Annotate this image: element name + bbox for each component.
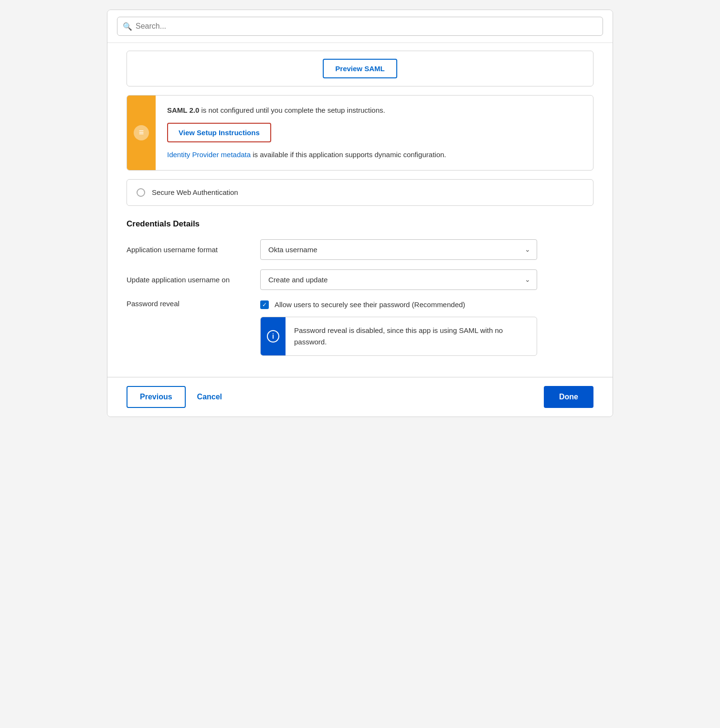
content-area: Preview SAML ≡ SAML 2.0 is not configure… [107,51,613,377]
preview-saml-button[interactable]: Preview SAML [323,59,397,78]
previous-button[interactable]: Previous [127,386,186,408]
search-icon: 🔍 [123,22,132,31]
search-input[interactable] [117,17,603,36]
credentials-title: Credentials Details [127,219,593,229]
warning-content: SAML 2.0 is not configured until you com… [156,96,593,170]
metadata-suffix: is available if this application support… [251,150,446,159]
credentials-section: Credentials Details Application username… [127,219,593,356]
username-format-select-wrapper: Okta username ⌄ [260,239,537,260]
cancel-button[interactable]: Cancel [197,393,222,401]
identity-provider-link[interactable]: Identity Provider metadata [167,150,251,159]
update-username-select[interactable]: Create and update [260,269,537,290]
update-username-label: Update application username on [127,276,260,284]
update-username-select-wrapper: Create and update ⌄ [260,269,537,290]
view-setup-instructions-button[interactable]: View Setup Instructions [167,123,271,142]
warning-message: SAML 2.0 is not configured until you com… [167,105,582,116]
username-format-label: Application username format [127,246,260,254]
password-reveal-checkbox-label: Allow users to securely see their passwo… [275,300,465,310]
blue-info-content: Password reveal is disabled, since this … [286,317,537,355]
swa-radio[interactable] [137,188,145,197]
secure-web-auth-box: Secure Web Authentication [127,179,593,206]
search-bar: 🔍 [107,10,613,43]
footer: Previous Cancel Done [107,377,613,417]
checkmark-icon: ✓ [262,301,267,308]
swa-label: Secure Web Authentication [152,188,238,196]
saml-version: SAML 2.0 [167,106,199,114]
search-wrapper: 🔍 [117,17,603,36]
footer-left: Previous Cancel [127,386,222,408]
username-format-control: Okta username ⌄ [260,239,593,260]
password-reveal-checkbox[interactable]: ✓ [260,300,269,309]
password-reveal-control: ✓ Allow users to securely see their pass… [260,300,593,356]
warning-message-suffix: is not configured until you complete the… [199,106,385,114]
username-format-row: Application username format Okta usernam… [127,239,593,260]
warning-sidebar: ≡ [127,96,156,170]
password-reveal-row: Password reveal ✓ Allow users to securel… [127,300,593,356]
main-container: 🔍 Preview SAML ≡ SAML 2.0 is not configu… [107,10,613,417]
preview-saml-section: Preview SAML [127,51,593,86]
preview-saml-box: Preview SAML [127,51,593,86]
done-button[interactable]: Done [544,386,593,408]
update-username-row: Update application username on Create an… [127,269,593,290]
warning-icon: ≡ [134,125,149,140]
username-format-select[interactable]: Okta username [260,239,537,260]
metadata-message: Identity Provider metadata is available … [167,149,582,161]
blue-info-sidebar: i [261,317,286,355]
info-icon: i [267,330,279,343]
saml-warning-box: ≡ SAML 2.0 is not configured until you c… [127,95,593,171]
password-reveal-checkbox-row: ✓ Allow users to securely see their pass… [260,300,593,310]
password-reveal-info-box: i Password reveal is disabled, since thi… [260,317,537,356]
password-reveal-label: Password reveal [127,300,260,308]
update-username-control: Create and update ⌄ [260,269,593,290]
